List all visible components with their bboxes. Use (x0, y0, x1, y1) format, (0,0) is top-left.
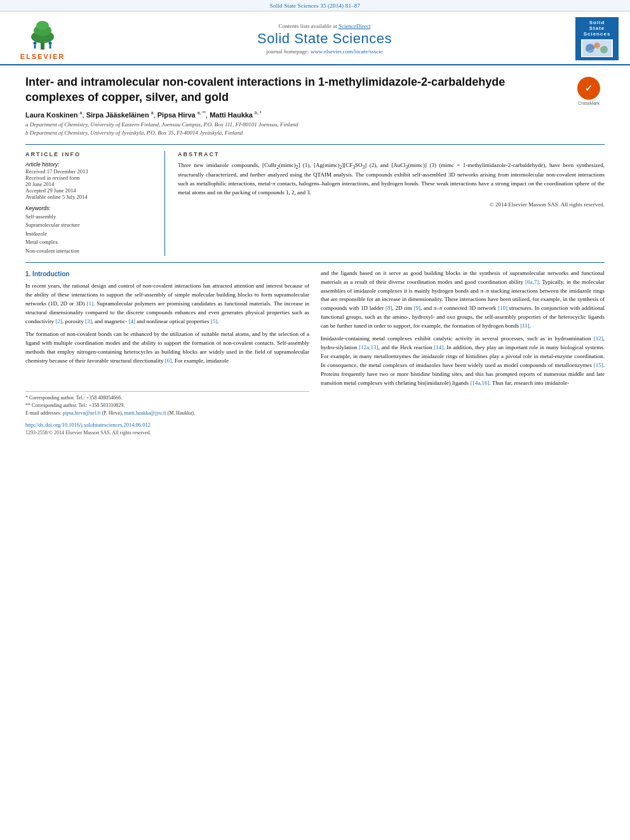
ref-6a7[interactable]: [6a,7] (525, 279, 539, 285)
svg-point-9 (586, 44, 594, 53)
author-1: Laura Koskinen (25, 111, 78, 119)
doi-link[interactable]: http://dx.doi.org/10.1016/j.solidstatesc… (25, 422, 151, 428)
svg-point-6 (49, 42, 52, 45)
issn-line: 1293-2558/© 2014 Elsevier Masson SAS. Al… (25, 429, 309, 437)
svg-point-4 (34, 42, 37, 45)
author-4-sup: b, * (255, 110, 262, 115)
ref-9[interactable]: [9] (413, 305, 420, 311)
ref-11[interactable]: [11] (520, 323, 530, 329)
page: Solid State Sciences 35 (2014) 81–87 ELS… (0, 0, 630, 840)
ref-12a13[interactable]: [12a,13] (359, 344, 378, 350)
article-info-heading: ARTICLE INFO (25, 151, 156, 157)
article-info-abstract-cols: ARTICLE INFO Article history: Received 1… (25, 151, 605, 256)
ref-3[interactable]: [3] (85, 318, 92, 324)
abstract-copyright: © 2014 Elsevier Masson SAS. All rights r… (178, 201, 605, 208)
body-paragraph-3: and the ligands based on it serve as goo… (321, 269, 605, 331)
svg-rect-7 (50, 45, 51, 49)
author-2: Sirpa Jääskeläinen (86, 111, 149, 119)
journal-name: Solid State Sciences (84, 30, 565, 47)
email-link-hirva[interactable]: pipsa.hirva@uef.fi (63, 410, 101, 416)
history-label: Article history: (25, 161, 156, 168)
svg-point-10 (594, 43, 600, 49)
crossmark-logo[interactable]: ✓ CrossMark (573, 77, 605, 105)
keywords-label: Keywords: (25, 205, 156, 211)
journal-center: Contents lists available at ScienceDirec… (77, 23, 572, 55)
ref-14[interactable]: [14] (434, 344, 443, 350)
sciencedirect-line: Contents lists available at ScienceDirec… (84, 23, 565, 29)
affiliations: a Department of Chemistry, University of… (25, 121, 605, 138)
ref-6[interactable]: [6] (165, 357, 172, 364)
top-bar: Solid State Sciences 35 (2014) 81–87 (0, 0, 630, 11)
ref-2[interactable]: [2] (55, 318, 62, 324)
journal-homepage: journal homepage: www.elsevier.com/locat… (84, 48, 565, 55)
revised-date: 20 June 2014 (25, 181, 156, 187)
journal-volume-info: Solid State Sciences 35 (2014) 81–87 (270, 3, 360, 9)
journal-cover-art (582, 40, 612, 57)
ref-12[interactable]: [12] (594, 335, 603, 342)
footnotes-area: * Corresponding author. Tel.: +358 40805… (25, 391, 309, 417)
article-title-section: Inter- and intramolecular non-covalent i… (25, 74, 605, 105)
author-4: Matti Haukka (210, 111, 253, 119)
svg-point-3 (36, 21, 49, 30)
body-col-left: 1. Introduction In recent years, the rat… (25, 269, 309, 437)
body-paragraph-2: The formation of non-covalent bonds can … (25, 330, 309, 366)
crossmark-label: CrossMark (578, 101, 600, 105)
author-2-sup: a (151, 110, 154, 115)
ref-8[interactable]: [8] (385, 305, 392, 311)
article-body: Inter- and intramolecular non-covalent i… (0, 65, 630, 443)
svg-rect-5 (34, 45, 36, 49)
ref-4[interactable]: [4] (129, 318, 136, 324)
journal-homepage-link[interactable]: www.elsevier.com/locate/ssscie (311, 48, 383, 55)
ref-10[interactable]: [10] (498, 305, 507, 311)
elsevier-logo: ELSEVIER (8, 17, 77, 60)
keyword-5: Non-covalent interaction (25, 247, 156, 256)
received-revised-label: Received in revised form (25, 175, 156, 181)
sciencedirect-link[interactable]: ScienceDirect (338, 23, 370, 29)
ref-1[interactable]: [1] (86, 300, 93, 307)
body-paragraph-1: In recent years, the rational design and… (25, 282, 309, 326)
abstract-heading: ABSTRACT (178, 151, 605, 157)
email-link-haukka[interactable]: matti.haukka@jyu.fi (124, 410, 166, 416)
elsevier-wordmark: ELSEVIER (20, 53, 65, 60)
footnote-star: * Corresponding author. Tel.: +358 40805… (25, 394, 309, 402)
article-info-col: ARTICLE INFO Article history: Received 1… (25, 151, 165, 256)
author-3-sup: a, ** (198, 110, 206, 115)
keyword-4: Metal complex (25, 238, 156, 247)
affiliation-a: a Department of Chemistry, University of… (25, 121, 605, 130)
ref-15[interactable]: [15] (594, 362, 603, 368)
article-title: Inter- and intramolecular non-covalent i… (25, 74, 566, 105)
section-divider-1 (25, 144, 605, 145)
svg-point-11 (600, 46, 608, 53)
journal-logo-box: Solid State Sciences (575, 17, 619, 60)
footnote-starstar: ** Corresponding author. Tel.: +358 5033… (25, 402, 309, 410)
keyword-1: Self-assembly (25, 213, 156, 222)
body-col-right: and the ligands based on it serve as goo… (321, 269, 605, 437)
abstract-col: ABSTRACT Three new imidazole compounds, … (178, 151, 605, 256)
journal-header: ELSEVIER Contents lists available at Sci… (0, 11, 630, 65)
keyword-2: Supramolecular structure (25, 221, 156, 230)
received-date: Received 17 December 2013 (25, 168, 156, 175)
available-online: Available online 5 July 2014 (25, 194, 156, 200)
section-divider-2 (25, 262, 605, 263)
author-3: Pipsa Hirva (158, 111, 196, 119)
body-paragraph-4: Imidazole-containing metal complexes exh… (321, 335, 605, 388)
ref-5[interactable]: [5] (211, 318, 218, 324)
doi-line: http://dx.doi.org/10.1016/j.solidstatesc… (25, 421, 309, 429)
author-1-sup: a (80, 110, 83, 115)
elsevier-tree-icon (17, 17, 68, 51)
keyword-3: Imidazole (25, 230, 156, 239)
ref-14a16[interactable]: [14a,16] (470, 380, 489, 386)
body-two-col: 1. Introduction In recent years, the rat… (25, 269, 605, 437)
footnote-email: E-mail addresses: pipsa.hirva@uef.fi (P.… (25, 410, 309, 417)
affiliation-b: b Department of Chemistry, University of… (25, 129, 605, 138)
journal-logo-right: Solid State Sciences (572, 17, 622, 60)
abstract-text: Three new imidazole compounds, [CuBr2(mi… (178, 161, 605, 197)
authors-line: Laura Koskinen a, Sirpa Jääskeläinen a, … (25, 110, 605, 119)
crossmark-icon: ✓ (577, 77, 600, 100)
accepted-date: Accepted 29 June 2014 (25, 187, 156, 194)
intro-heading: 1. Introduction (25, 269, 309, 279)
